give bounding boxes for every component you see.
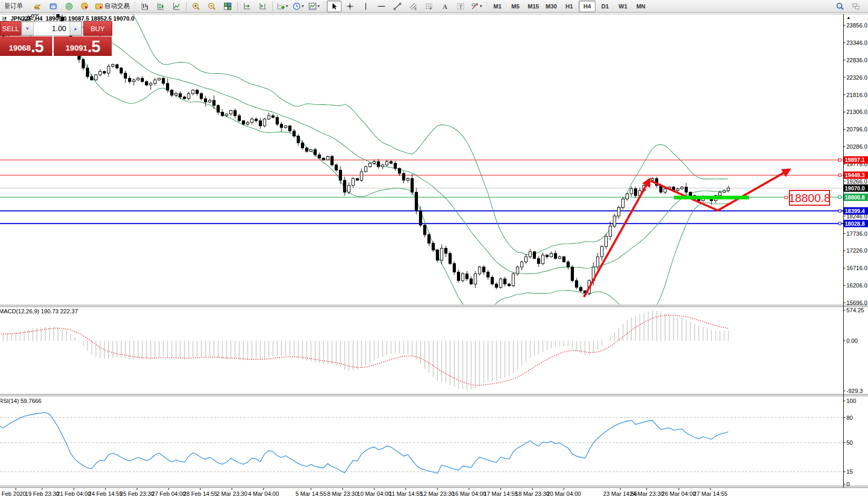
macd-main-value: 190.73 (41, 308, 58, 314)
svg-text:27 Mar 14:55: 27 Mar 14:55 (694, 491, 728, 497)
market-watch-icon (81, 2, 89, 11)
chart-bars-icon (141, 2, 149, 11)
line-handle (838, 196, 841, 198)
zoom-in-button[interactable] (189, 1, 203, 12)
chart-shift-button[interactable] (256, 1, 270, 12)
toolbar-grip (1, 2, 3, 11)
tile-windows-icon (223, 2, 232, 11)
trendline-tool-button[interactable] (390, 1, 405, 12)
volume-decrease-button[interactable]: ▼ (22, 22, 34, 35)
autotrade-button[interactable]: 自动交易 (93, 1, 132, 12)
timeframe-h4-button[interactable]: H4 (579, 1, 596, 12)
auto-scroll-button[interactable] (240, 1, 255, 12)
line-handle (838, 209, 841, 212)
timeframe-w1-button[interactable]: W1 (615, 1, 631, 12)
trading-chart[interactable]: 18800.823856.023346.022836.022326.021816… (0, 0, 868, 499)
svg-text:21306.0: 21306.0 (846, 109, 867, 115)
svg-text:18 Mar 23:30: 18 Mar 23:30 (515, 491, 550, 497)
chart-bars-button[interactable] (138, 1, 152, 12)
macd-name: MACD(12,26,9) (0, 308, 39, 314)
chart-line-button[interactable] (169, 1, 184, 12)
svg-text:21816.0: 21816.0 (846, 92, 867, 98)
tile-windows-button[interactable] (220, 1, 235, 12)
vertical-line-tool-button[interactable] (358, 1, 373, 12)
svg-text:28 Feb 14:55: 28 Feb 14:55 (183, 491, 218, 497)
add-indicator-button[interactable]: ▾ (275, 1, 290, 12)
svg-text:25 Feb 23:30: 25 Feb 23:30 (120, 491, 154, 497)
svg-text:16716.0: 16716.0 (846, 265, 867, 271)
horizontal-line-icon (377, 2, 386, 11)
timeframe-d1-button[interactable]: D1 (597, 1, 613, 12)
toolbar-grip (134, 2, 136, 11)
chevron-down-icon: ▾ (317, 4, 319, 8)
toolbar-grip (485, 2, 487, 11)
toolbar-separator (237, 2, 238, 11)
buy-price-display[interactable]: 19091.5 (54, 36, 112, 56)
svg-text:16206.0: 16206.0 (846, 282, 867, 289)
gold-bar-button[interactable] (30, 1, 45, 12)
svg-text:20286.0: 20286.0 (846, 143, 867, 150)
volume-input[interactable]: 1.00 (34, 22, 70, 35)
text-label-icon: T (456, 2, 465, 11)
svg-text:0: 0 (846, 481, 850, 487)
svg-text:0.00: 0.00 (846, 338, 857, 344)
svg-text:11 Mar 14:55: 11 Mar 14:55 (389, 491, 423, 497)
svg-text:15696.0: 15696.0 (846, 300, 867, 306)
timeframe-m15-button[interactable]: M15 (525, 1, 542, 12)
svg-text:10 Mar 04:00: 10 Mar 04:00 (357, 491, 392, 497)
one-click-order-panel: SELL ▼ 1.00 ▲ BUY 19068.5 19091.5 (0, 21, 112, 56)
svg-text:E: E (415, 6, 417, 10)
svg-text:18800.8: 18800.8 (845, 194, 865, 200)
svg-text:19266.0: 19266.0 (846, 178, 867, 185)
new-order-button[interactable]: 新订单 (5, 1, 29, 12)
chart-candles-icon (157, 2, 165, 11)
search-button[interactable] (833, 1, 847, 12)
volume-increase-button[interactable]: ▲ (70, 22, 82, 35)
chart-symbol-icon (2, 16, 7, 21)
templates-icon (308, 2, 317, 11)
cursor-tool-button[interactable] (327, 1, 342, 12)
channel-tool-button[interactable]: E (406, 1, 421, 12)
timeframe-mn-button[interactable]: MN (632, 1, 649, 12)
buy-button[interactable]: BUY (83, 21, 112, 36)
chevron-down-icon: ▾ (301, 4, 304, 8)
svg-text:2 Mar 23:30: 2 Mar 23:30 (217, 491, 248, 497)
price-history-button[interactable] (46, 1, 61, 12)
rsi-value: 59.7666 (21, 398, 42, 404)
chart-candles-button[interactable] (153, 1, 168, 12)
buy-price-int: 19091 (65, 41, 87, 55)
timeframe-h1-button[interactable]: H1 (561, 1, 578, 12)
timeframe-m30-button[interactable]: M30 (543, 1, 560, 12)
templates-button[interactable]: ▾ (307, 1, 321, 12)
zoom-out-icon (208, 2, 216, 11)
svg-text:19449.3: 19449.3 (845, 172, 865, 178)
crosshair-tool-button[interactable] (343, 1, 357, 12)
toolbar-separator (272, 2, 273, 11)
sell-price-display[interactable]: 19068.5 (0, 36, 52, 56)
sell-button[interactable]: SELL (0, 21, 21, 36)
signal-button[interactable] (62, 1, 76, 12)
timeframe-m5-button[interactable]: M5 (507, 1, 524, 12)
text-label-tool-button[interactable]: T (453, 1, 468, 12)
shapes-tool-button[interactable]: ▾ (469, 1, 484, 12)
svg-text:19070.0: 19070.0 (845, 185, 865, 191)
text-tool-button[interactable]: A (437, 1, 452, 12)
chart-line-icon (172, 2, 181, 11)
zoom-out-button[interactable] (204, 1, 219, 12)
chat-icon (852, 2, 860, 11)
fibonacci-tool-button[interactable]: F (422, 1, 436, 12)
periods-button[interactable]: ▾ (291, 1, 306, 12)
search-icon (836, 2, 844, 11)
svg-text:8 Mar 23:30: 8 Mar 23:30 (327, 491, 358, 497)
zoom-in-icon (192, 2, 200, 11)
chat-button[interactable] (849, 1, 863, 12)
horizontal-line-tool-button[interactable] (374, 1, 389, 12)
channel-icon: E (409, 2, 417, 11)
svg-text:T: T (459, 4, 463, 9)
timeframe-m1-button[interactable]: M1 (489, 1, 506, 12)
market-watch-button[interactable] (77, 1, 92, 12)
svg-text:18399.4: 18399.4 (845, 208, 865, 214)
svg-text:18028.8: 18028.8 (845, 220, 865, 227)
line-handle (838, 174, 841, 177)
svg-text:4 Mar 04:00: 4 Mar 04:00 (248, 491, 279, 497)
